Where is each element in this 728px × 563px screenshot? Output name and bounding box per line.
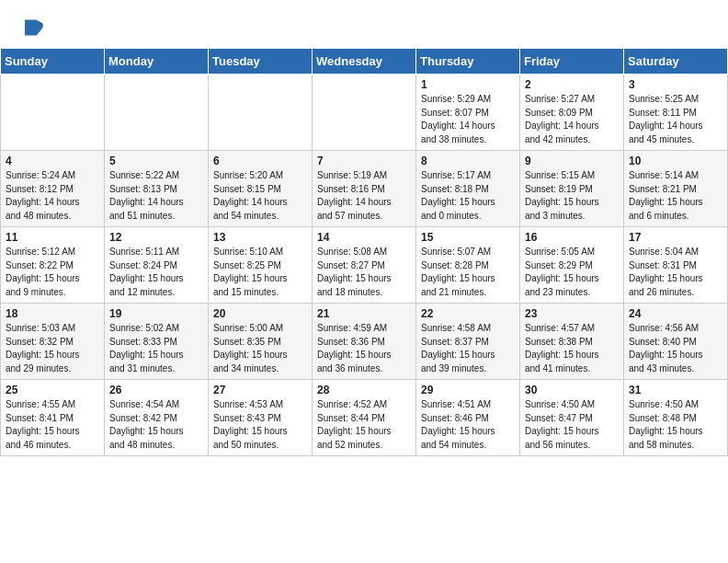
day-info: Sunrise: 5:25 AM Sunset: 8:11 PM Dayligh… xyxy=(629,94,703,144)
logo xyxy=(18,15,48,40)
day-info: Sunrise: 5:29 AM Sunset: 8:07 PM Dayligh… xyxy=(421,94,495,144)
calendar-cell: 4Sunrise: 5:24 AM Sunset: 8:12 PM Daylig… xyxy=(1,151,105,227)
day-number: 11 xyxy=(6,231,99,244)
day-number: 5 xyxy=(109,155,203,167)
day-number: 27 xyxy=(213,384,307,396)
day-number: 30 xyxy=(525,384,619,396)
calendar-cell: 17Sunrise: 5:04 AM Sunset: 8:31 PM Dayli… xyxy=(624,227,728,304)
day-number: 17 xyxy=(629,231,722,244)
day-number: 9 xyxy=(525,155,619,167)
calendar-cell: 10Sunrise: 5:14 AM Sunset: 8:21 PM Dayli… xyxy=(624,151,728,227)
calendar-cell xyxy=(1,75,105,151)
day-number: 31 xyxy=(629,384,722,396)
day-number: 22 xyxy=(421,307,515,320)
calendar-cell: 3Sunrise: 5:25 AM Sunset: 8:11 PM Daylig… xyxy=(624,75,728,151)
day-info: Sunrise: 4:54 AM Sunset: 8:42 PM Dayligh… xyxy=(109,399,184,450)
day-info: Sunrise: 4:51 AM Sunset: 8:46 PM Dayligh… xyxy=(421,399,495,450)
calendar-week-2: 4Sunrise: 5:24 AM Sunset: 8:12 PM Daylig… xyxy=(1,151,728,227)
header xyxy=(0,0,728,48)
day-number: 18 xyxy=(6,307,99,320)
day-info: Sunrise: 5:27 AM Sunset: 8:09 PM Dayligh… xyxy=(525,94,599,144)
calendar-cell: 9Sunrise: 5:15 AM Sunset: 8:19 PM Daylig… xyxy=(520,151,624,227)
day-number: 14 xyxy=(317,231,411,244)
day-number: 20 xyxy=(213,307,307,320)
day-info: Sunrise: 4:58 AM Sunset: 8:37 PM Dayligh… xyxy=(421,323,495,373)
day-info: Sunrise: 5:17 AM Sunset: 8:18 PM Dayligh… xyxy=(421,170,495,221)
day-info: Sunrise: 5:20 AM Sunset: 8:15 PM Dayligh… xyxy=(213,170,288,221)
day-number: 13 xyxy=(213,231,307,244)
calendar-body: 1Sunrise: 5:29 AM Sunset: 8:07 PM Daylig… xyxy=(1,75,728,456)
day-info: Sunrise: 5:04 AM Sunset: 8:31 PM Dayligh… xyxy=(629,247,703,297)
weekday-header-saturday: Saturday xyxy=(624,49,728,75)
calendar-cell: 22Sunrise: 4:58 AM Sunset: 8:37 PM Dayli… xyxy=(416,304,520,380)
day-number: 15 xyxy=(421,231,515,244)
calendar-cell: 14Sunrise: 5:08 AM Sunset: 8:27 PM Dayli… xyxy=(313,227,416,304)
day-info: Sunrise: 5:07 AM Sunset: 8:28 PM Dayligh… xyxy=(421,247,495,297)
day-number: 28 xyxy=(317,384,411,396)
calendar-table: SundayMondayTuesdayWednesdayThursdayFrid… xyxy=(0,48,728,456)
day-info: Sunrise: 5:14 AM Sunset: 8:21 PM Dayligh… xyxy=(629,170,703,221)
weekday-header-wednesday: Wednesday xyxy=(313,49,416,75)
calendar-cell: 30Sunrise: 4:50 AM Sunset: 8:47 PM Dayli… xyxy=(520,380,624,456)
weekday-header-tuesday: Tuesday xyxy=(209,49,313,75)
calendar-cell xyxy=(209,75,313,151)
calendar-cell: 1Sunrise: 5:29 AM Sunset: 8:07 PM Daylig… xyxy=(416,75,520,151)
day-number: 23 xyxy=(525,307,619,320)
day-info: Sunrise: 4:52 AM Sunset: 8:44 PM Dayligh… xyxy=(317,399,392,450)
calendar-cell: 27Sunrise: 4:53 AM Sunset: 8:43 PM Dayli… xyxy=(209,380,313,456)
day-info: Sunrise: 4:53 AM Sunset: 8:43 PM Dayligh… xyxy=(213,399,288,450)
day-info: Sunrise: 5:03 AM Sunset: 8:32 PM Dayligh… xyxy=(6,323,80,373)
day-info: Sunrise: 4:55 AM Sunset: 8:41 PM Dayligh… xyxy=(6,399,80,450)
day-info: Sunrise: 4:50 AM Sunset: 8:47 PM Dayligh… xyxy=(525,399,599,450)
day-info: Sunrise: 4:50 AM Sunset: 8:48 PM Dayligh… xyxy=(629,399,703,450)
day-number: 8 xyxy=(421,155,515,167)
day-number: 10 xyxy=(629,155,722,167)
weekday-header-row: SundayMondayTuesdayWednesdayThursdayFrid… xyxy=(1,49,728,75)
day-number: 24 xyxy=(629,307,722,320)
calendar-cell: 15Sunrise: 5:07 AM Sunset: 8:28 PM Dayli… xyxy=(416,227,520,304)
day-number: 7 xyxy=(317,155,411,167)
general-blue-icon xyxy=(18,15,44,40)
day-number: 6 xyxy=(213,155,307,167)
day-number: 25 xyxy=(6,384,99,396)
day-number: 21 xyxy=(317,307,411,320)
calendar-header: SundayMondayTuesdayWednesdayThursdayFrid… xyxy=(1,49,728,75)
day-number: 12 xyxy=(109,231,203,244)
calendar-cell: 6Sunrise: 5:20 AM Sunset: 8:15 PM Daylig… xyxy=(209,151,313,227)
calendar-cell: 7Sunrise: 5:19 AM Sunset: 8:16 PM Daylig… xyxy=(313,151,416,227)
calendar-cell: 11Sunrise: 5:12 AM Sunset: 8:22 PM Dayli… xyxy=(1,227,105,304)
calendar-cell: 24Sunrise: 4:56 AM Sunset: 8:40 PM Dayli… xyxy=(624,304,728,380)
calendar-cell: 12Sunrise: 5:11 AM Sunset: 8:24 PM Dayli… xyxy=(105,227,209,304)
calendar-week-5: 25Sunrise: 4:55 AM Sunset: 8:41 PM Dayli… xyxy=(1,380,728,456)
day-number: 3 xyxy=(629,78,722,91)
day-info: Sunrise: 5:00 AM Sunset: 8:35 PM Dayligh… xyxy=(213,323,288,373)
weekday-header-friday: Friday xyxy=(520,49,624,75)
calendar-week-3: 11Sunrise: 5:12 AM Sunset: 8:22 PM Dayli… xyxy=(1,227,728,304)
day-info: Sunrise: 4:57 AM Sunset: 8:38 PM Dayligh… xyxy=(525,323,599,373)
day-info: Sunrise: 5:19 AM Sunset: 8:16 PM Dayligh… xyxy=(317,170,392,221)
calendar-cell: 13Sunrise: 5:10 AM Sunset: 8:25 PM Dayli… xyxy=(209,227,313,304)
day-info: Sunrise: 4:56 AM Sunset: 8:40 PM Dayligh… xyxy=(629,323,703,373)
day-info: Sunrise: 5:12 AM Sunset: 8:22 PM Dayligh… xyxy=(6,247,80,297)
day-number: 26 xyxy=(109,384,203,396)
day-info: Sunrise: 5:15 AM Sunset: 8:19 PM Dayligh… xyxy=(525,170,599,221)
calendar-cell: 25Sunrise: 4:55 AM Sunset: 8:41 PM Dayli… xyxy=(1,380,105,456)
calendar-cell: 5Sunrise: 5:22 AM Sunset: 8:13 PM Daylig… xyxy=(105,151,209,227)
calendar-cell: 16Sunrise: 5:05 AM Sunset: 8:29 PM Dayli… xyxy=(520,227,624,304)
day-info: Sunrise: 5:22 AM Sunset: 8:13 PM Dayligh… xyxy=(109,170,184,221)
day-number: 4 xyxy=(6,155,99,167)
day-info: Sunrise: 5:08 AM Sunset: 8:27 PM Dayligh… xyxy=(317,247,392,297)
calendar-cell: 19Sunrise: 5:02 AM Sunset: 8:33 PM Dayli… xyxy=(105,304,209,380)
calendar-week-4: 18Sunrise: 5:03 AM Sunset: 8:32 PM Dayli… xyxy=(1,304,728,380)
day-number: 19 xyxy=(109,307,203,320)
day-info: Sunrise: 5:11 AM Sunset: 8:24 PM Dayligh… xyxy=(109,247,184,297)
calendar-cell: 23Sunrise: 4:57 AM Sunset: 8:38 PM Dayli… xyxy=(520,304,624,380)
calendar-cell xyxy=(313,75,416,151)
day-info: Sunrise: 4:59 AM Sunset: 8:36 PM Dayligh… xyxy=(317,323,392,373)
day-number: 1 xyxy=(421,78,515,91)
calendar-cell: 29Sunrise: 4:51 AM Sunset: 8:46 PM Dayli… xyxy=(416,380,520,456)
day-info: Sunrise: 5:10 AM Sunset: 8:25 PM Dayligh… xyxy=(213,247,288,297)
calendar-cell: 28Sunrise: 4:52 AM Sunset: 8:44 PM Dayli… xyxy=(313,380,416,456)
calendar-cell: 2Sunrise: 5:27 AM Sunset: 8:09 PM Daylig… xyxy=(520,75,624,151)
calendar-cell: 21Sunrise: 4:59 AM Sunset: 8:36 PM Dayli… xyxy=(313,304,416,380)
